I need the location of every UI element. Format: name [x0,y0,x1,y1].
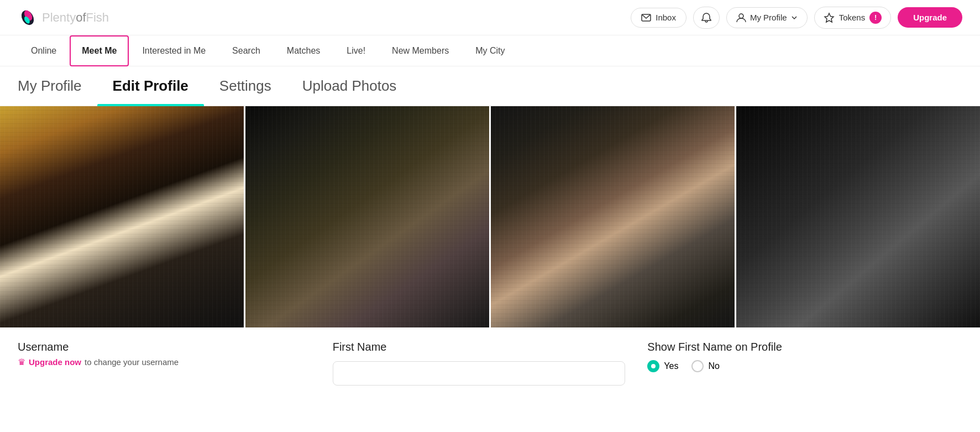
nav-item-matches[interactable]: Matches [274,35,333,66]
firstname-input[interactable] [333,361,626,386]
photo-strip [0,106,980,327]
notifications-button[interactable] [693,7,720,29]
crown-icon: ♛ [18,357,25,367]
nav-item-newmembers[interactable]: New Members [379,35,462,66]
profile-icon [736,12,747,23]
radio-no-label: No [708,361,719,371]
my-profile-button[interactable]: My Profile [726,7,808,28]
radio-yes-circle [647,360,659,372]
svg-point-4 [739,14,743,18]
bell-icon [701,12,712,23]
profile-tabs: My Profile Edit Profile Settings Upload … [0,66,980,106]
radio-yes-label: Yes [664,361,678,371]
upgrade-button[interactable]: Upgrade [898,7,962,28]
tab-settings[interactable]: Settings [204,66,287,106]
photo-3 [489,106,735,327]
chevron-down-icon [790,14,798,22]
radio-no[interactable]: No [691,360,719,372]
logo-text: PlentyofFish [42,11,109,25]
username-sub-text: to change your username [85,357,179,367]
star-icon [824,12,835,23]
nav-item-live[interactable]: Live! [333,35,379,66]
nav-item-online[interactable]: Online [18,35,70,66]
nav-item-meetme[interactable]: Meet Me [70,35,129,66]
showfirstname-label: Show First Name on Profile [647,341,940,353]
fields-row: Username ♛ Upgrade now to change your us… [0,327,980,386]
tokens-button[interactable]: Tokens ! [814,7,892,29]
tab-uploadphotos[interactable]: Upload Photos [287,66,412,106]
radio-yes[interactable]: Yes [647,360,678,372]
username-sub: ♛ Upgrade now to change your username [18,357,311,367]
firstname-label: First Name [333,341,626,353]
showfirstname-radio-group: Yes No [647,360,940,372]
nav-item-mycity[interactable]: My City [462,35,518,66]
upgrade-now-link[interactable]: Upgrade now [29,357,81,367]
username-field-group: Username ♛ Upgrade now to change your us… [18,341,333,367]
nav-item-interested[interactable]: Interested in Me [129,35,219,66]
tab-myprofile[interactable]: My Profile [18,66,97,106]
svg-marker-5 [825,13,834,22]
top-navigation: PlentyofFish Inbox My Profile [0,0,980,35]
inbox-icon [641,13,651,23]
showfirstname-field-group: Show First Name on Profile Yes No [647,341,962,372]
tokens-badge: ! [869,12,882,24]
nav-item-search[interactable]: Search [219,35,274,66]
inbox-button[interactable]: Inbox [631,8,686,28]
photo-2 [244,106,489,327]
top-nav-right: Inbox My Profile Tokens ! Upg [631,7,962,29]
logo-icon [18,8,38,28]
secondary-navigation: Online Meet Me Interested in Me Search M… [0,35,980,66]
firstname-field-group: First Name [333,341,648,386]
logo[interactable]: PlentyofFish [18,8,109,28]
radio-no-circle [691,360,704,372]
photo-1 [0,106,244,327]
tab-editprofile[interactable]: Edit Profile [97,66,204,106]
photo-4 [735,106,980,327]
username-label: Username [18,341,311,353]
